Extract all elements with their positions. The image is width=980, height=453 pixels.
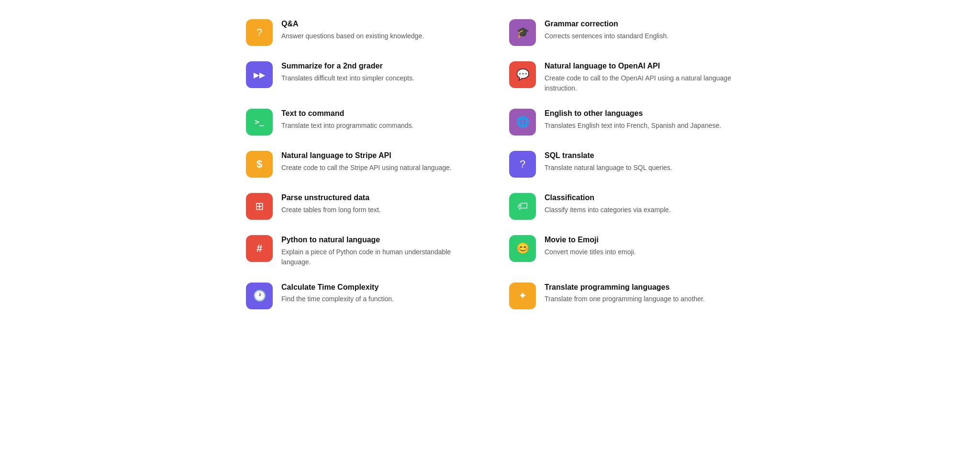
- items-grid: ?Q&AAnswer questions based on existing k…: [246, 19, 734, 309]
- item-classification[interactable]: 🏷ClassificationClassify items into categ…: [509, 193, 734, 220]
- item-text-sql-translate: SQL translateTranslate natural language …: [545, 151, 672, 173]
- item-text-classification: ClassificationClassify items into catego…: [545, 193, 671, 215]
- item-desc-parse-unstructured-data: Create tables from long form text.: [281, 205, 381, 215]
- item-desc-python-to-natural-language: Explain a piece of Python code in human …: [281, 247, 471, 267]
- icon-natural-language-openai: 💬: [509, 61, 536, 88]
- item-title-qa: Q&A: [281, 19, 424, 29]
- item-summarize-2nd-grader[interactable]: ▶▶Summarize for a 2nd graderTranslates d…: [246, 61, 471, 93]
- item-title-english-to-languages: English to other languages: [545, 109, 721, 119]
- item-desc-qa: Answer questions based on existing knowl…: [281, 31, 424, 41]
- icon-calculate-time-complexity: 🕐: [246, 283, 273, 309]
- item-text-translate-programming-languages: Translate programming languagesTranslate…: [545, 283, 705, 305]
- item-english-to-languages[interactable]: 🌐English to other languagesTranslates En…: [509, 109, 734, 136]
- icon-python-to-natural-language: #: [246, 235, 273, 262]
- item-calculate-time-complexity[interactable]: 🕐Calculate Time ComplexityFind the time …: [246, 283, 471, 309]
- icon-natural-language-stripe: $: [246, 151, 273, 178]
- icon-parse-unstructured-data: ⊞: [246, 193, 273, 220]
- item-desc-text-to-command: Translate text into programmatic command…: [281, 121, 413, 131]
- item-title-calculate-time-complexity: Calculate Time Complexity: [281, 283, 394, 293]
- item-text-natural-language-openai: Natural language to OpenAI APICreate cod…: [545, 61, 734, 93]
- item-natural-language-stripe[interactable]: $Natural language to Stripe APICreate co…: [246, 151, 471, 178]
- item-translate-programming-languages[interactable]: ✦Translate programming languagesTranslat…: [509, 283, 734, 309]
- icon-summarize-2nd-grader: ▶▶: [246, 61, 273, 88]
- item-text-summarize-2nd-grader: Summarize for a 2nd graderTranslates dif…: [281, 61, 414, 83]
- icon-movie-to-emoji: 😊: [509, 235, 536, 262]
- item-text-python-to-natural-language: Python to natural languageExplain a piec…: [281, 235, 471, 267]
- item-desc-grammar-correction: Corrects sentences into standard English…: [545, 31, 668, 41]
- icon-text-to-command: >_: [246, 109, 273, 136]
- item-text-to-command[interactable]: >_Text to commandTranslate text into pro…: [246, 109, 471, 136]
- item-desc-sql-translate: Translate natural language to SQL querie…: [545, 163, 672, 173]
- item-title-python-to-natural-language: Python to natural language: [281, 235, 471, 245]
- item-text-english-to-languages: English to other languagesTranslates Eng…: [545, 109, 721, 131]
- main-container: ?Q&AAnswer questions based on existing k…: [227, 10, 753, 319]
- icon-qa: ?: [246, 19, 273, 46]
- item-title-translate-programming-languages: Translate programming languages: [545, 283, 705, 293]
- item-sql-translate[interactable]: ?SQL translateTranslate natural language…: [509, 151, 734, 178]
- item-text-parse-unstructured-data: Parse unstructured dataCreate tables fro…: [281, 193, 381, 215]
- item-title-natural-language-openai: Natural language to OpenAI API: [545, 61, 734, 71]
- item-desc-movie-to-emoji: Convert movie titles into emoji.: [545, 247, 636, 257]
- icon-grammar-correction: 🎓: [509, 19, 536, 46]
- item-desc-natural-language-openai: Create code to call to the OpenAI API us…: [545, 73, 734, 93]
- icon-translate-programming-languages: ✦: [509, 283, 536, 309]
- item-title-summarize-2nd-grader: Summarize for a 2nd grader: [281, 61, 414, 71]
- item-python-to-natural-language[interactable]: #Python to natural languageExplain a pie…: [246, 235, 471, 267]
- item-desc-classification: Classify items into categories via examp…: [545, 205, 671, 215]
- item-desc-english-to-languages: Translates English text into French, Spa…: [545, 121, 721, 131]
- item-natural-language-openai[interactable]: 💬Natural language to OpenAI APICreate co…: [509, 61, 734, 93]
- item-movie-to-emoji[interactable]: 😊Movie to EmojiConvert movie titles into…: [509, 235, 734, 267]
- item-desc-translate-programming-languages: Translate from one programming language …: [545, 294, 705, 304]
- item-desc-calculate-time-complexity: Find the time complexity of a function.: [281, 294, 394, 304]
- item-title-classification: Classification: [545, 193, 671, 203]
- item-text-text-to-command: Text to commandTranslate text into progr…: [281, 109, 413, 131]
- item-title-text-to-command: Text to command: [281, 109, 413, 119]
- item-title-grammar-correction: Grammar correction: [545, 19, 668, 29]
- item-text-calculate-time-complexity: Calculate Time ComplexityFind the time c…: [281, 283, 394, 305]
- icon-classification: 🏷: [509, 193, 536, 220]
- icon-english-to-languages: 🌐: [509, 109, 536, 136]
- item-desc-summarize-2nd-grader: Translates difficult text into simpler c…: [281, 73, 414, 83]
- item-text-natural-language-stripe: Natural language to Stripe APICreate cod…: [281, 151, 452, 173]
- item-qa[interactable]: ?Q&AAnswer questions based on existing k…: [246, 19, 471, 46]
- item-title-parse-unstructured-data: Parse unstructured data: [281, 193, 381, 203]
- item-title-sql-translate: SQL translate: [545, 151, 672, 161]
- item-parse-unstructured-data[interactable]: ⊞Parse unstructured dataCreate tables fr…: [246, 193, 471, 220]
- item-grammar-correction[interactable]: 🎓Grammar correctionCorrects sentences in…: [509, 19, 734, 46]
- item-desc-natural-language-stripe: Create code to call the Stripe API using…: [281, 163, 452, 173]
- item-text-movie-to-emoji: Movie to EmojiConvert movie titles into …: [545, 235, 636, 257]
- icon-sql-translate: ?: [509, 151, 536, 178]
- item-text-qa: Q&AAnswer questions based on existing kn…: [281, 19, 424, 41]
- item-title-natural-language-stripe: Natural language to Stripe API: [281, 151, 452, 161]
- item-text-grammar-correction: Grammar correctionCorrects sentences int…: [545, 19, 668, 41]
- item-title-movie-to-emoji: Movie to Emoji: [545, 235, 636, 245]
